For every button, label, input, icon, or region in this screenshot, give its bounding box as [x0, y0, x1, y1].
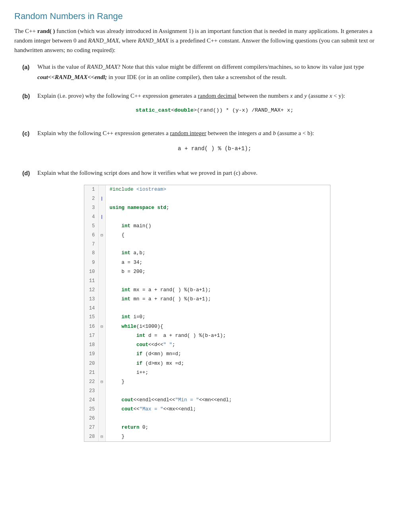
code-line-12: 12 int mx = a + rand( ) %(b-a+1);	[84, 286, 330, 295]
question-c-label: (c)	[22, 130, 29, 137]
question-c-code: a + rand( ) % (b-a+1);	[37, 144, 392, 154]
code-line-19: 19 if (d<mn) mn=d;	[84, 350, 330, 359]
question-a: (a) What is the value of RAND_MAX? Note …	[22, 62, 392, 82]
code-line-17: 17 int d = a + rand( ) %(b-a+1);	[84, 331, 330, 340]
code-line-11: 11	[84, 277, 330, 285]
code-line-27: 27 return 0;	[84, 423, 330, 432]
code-line-16: 16 ⊟ while(i<1000){	[84, 322, 330, 331]
intro-paragraph: The C++ rand( ) function (which was alre…	[14, 26, 392, 55]
page-title: Random Numbers in Range	[14, 11, 392, 21]
question-c: (c) Explain why the following C++ expres…	[22, 128, 392, 159]
question-c-text: Explain why the following C++ expression…	[37, 130, 314, 136]
code-line-21: 21 i++;	[84, 368, 330, 377]
code-line-5: 5 int main()	[84, 222, 330, 231]
code-line-4: 4 |	[84, 213, 330, 221]
question-b-label: (b)	[22, 93, 30, 99]
code-line-8: 8 int a,b;	[84, 249, 330, 258]
question-d-text: Explain what the following script does a…	[37, 170, 258, 176]
question-a-text: What is the value of RAND_MAX? Note that…	[37, 64, 364, 80]
code-line-13: 13 int mn = a + rand( ) %(b-a+1);	[84, 295, 330, 304]
question-b-code: static_cast<double>(rand()) * (y-x) /RAN…	[37, 106, 392, 115]
code-editor: 1 #include <iostream> 2 | 3 using namesp…	[84, 185, 330, 442]
code-line-2: 2 |	[84, 194, 330, 203]
code-line-25: 25 cout<<"Max = "<<mx<<endl;	[84, 405, 330, 414]
code-line-28: 28 ⊟ }	[84, 432, 330, 441]
code-line-7: 7	[84, 240, 330, 249]
code-line-3: 3 using namespace std;	[84, 203, 330, 213]
code-line-10: 10 b = 200;	[84, 267, 330, 277]
code-line-15: 15 int i=0;	[84, 313, 330, 322]
question-b-text: Explain (i.e. prove) why the following C…	[37, 93, 345, 99]
code-line-22: 22 ⊟ }	[84, 377, 330, 387]
code-line-20: 20 if (d>mx) mx =d;	[84, 359, 330, 368]
code-line-1: 1 #include <iostream>	[84, 185, 330, 194]
code-line-6: 6 ⊟ {	[84, 231, 330, 240]
code-line-9: 9 a = 34;	[84, 258, 330, 267]
code-line-18: 18 cout<<d<<" ";	[84, 340, 330, 350]
question-d: (d) Explain what the following script do…	[22, 168, 392, 442]
code-line-14: 14	[84, 304, 330, 313]
code-line-26: 26	[84, 414, 330, 423]
question-b: (b) Explain (i.e. prove) why the followi…	[22, 91, 392, 120]
code-line-23: 23	[84, 387, 330, 395]
questions-section: (a) What is the value of RAND_MAX? Note …	[22, 62, 392, 442]
question-a-label: (a)	[22, 64, 29, 70]
question-d-label: (d)	[22, 170, 30, 176]
code-line-24: 24 cout<<endl<<endl<<"Min = "<<mn<<endl;	[84, 396, 330, 405]
